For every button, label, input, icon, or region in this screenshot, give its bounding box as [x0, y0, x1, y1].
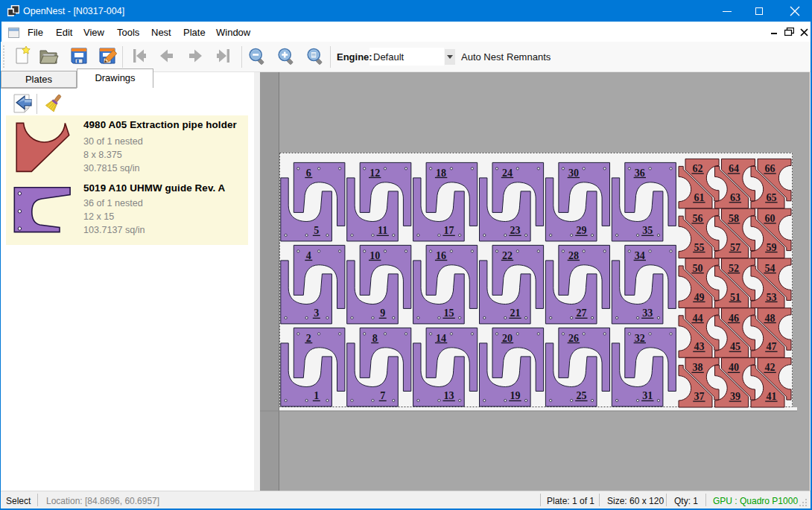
svg-text:10: 10 [369, 250, 380, 261]
svg-text:49: 49 [694, 292, 704, 303]
svg-text:2: 2 [306, 333, 311, 344]
svg-text:64: 64 [729, 163, 739, 174]
svg-text:30: 30 [568, 168, 579, 179]
svg-text:16: 16 [436, 250, 446, 261]
svg-text:58: 58 [729, 213, 739, 224]
svg-text:46: 46 [729, 313, 739, 324]
svg-text:54: 54 [765, 263, 775, 274]
svg-text:32: 32 [635, 333, 645, 344]
svg-text:37: 37 [694, 391, 704, 402]
svg-text:33: 33 [642, 308, 653, 319]
svg-text:48: 48 [765, 313, 775, 324]
svg-text:15: 15 [444, 308, 454, 319]
svg-text:22: 22 [502, 250, 513, 261]
svg-text:62: 62 [693, 163, 703, 174]
svg-text:59: 59 [766, 242, 776, 253]
svg-text:11: 11 [378, 226, 387, 237]
svg-text:26: 26 [568, 333, 579, 344]
svg-text:12: 12 [369, 168, 380, 179]
svg-text:36: 36 [635, 168, 645, 179]
svg-text:45: 45 [730, 341, 740, 352]
svg-text:53: 53 [766, 292, 776, 303]
svg-text:29: 29 [576, 226, 586, 237]
svg-text:38: 38 [693, 363, 703, 374]
svg-text:28: 28 [568, 250, 579, 261]
svg-text:7: 7 [380, 391, 385, 402]
svg-text:4: 4 [306, 250, 311, 261]
svg-text:55: 55 [694, 242, 704, 253]
svg-text:27: 27 [576, 308, 586, 319]
svg-text:50: 50 [693, 263, 703, 274]
svg-text:42: 42 [765, 363, 775, 374]
svg-text:47: 47 [766, 341, 776, 352]
svg-text:51: 51 [730, 292, 740, 303]
svg-text:24: 24 [502, 168, 513, 179]
svg-text:61: 61 [694, 192, 704, 203]
svg-text:14: 14 [436, 333, 446, 344]
svg-text:40: 40 [729, 363, 739, 374]
svg-text:1: 1 [314, 391, 319, 402]
svg-text:39: 39 [730, 391, 740, 402]
svg-text:56: 56 [693, 213, 703, 224]
svg-text:34: 34 [635, 250, 645, 261]
svg-text:66: 66 [765, 163, 775, 174]
svg-text:31: 31 [642, 391, 653, 402]
svg-text:9: 9 [380, 308, 385, 319]
svg-text:65: 65 [766, 192, 776, 203]
svg-text:13: 13 [444, 391, 454, 402]
svg-text:63: 63 [730, 192, 740, 203]
svg-text:19: 19 [510, 391, 521, 402]
svg-text:3: 3 [314, 308, 319, 319]
svg-text:20: 20 [502, 333, 513, 344]
svg-text:35: 35 [642, 226, 653, 237]
svg-text:21: 21 [510, 308, 521, 319]
svg-text:6: 6 [306, 168, 311, 179]
svg-text:52: 52 [729, 263, 739, 274]
svg-text:57: 57 [730, 242, 740, 253]
svg-text:17: 17 [444, 226, 454, 237]
svg-text:18: 18 [436, 168, 446, 179]
svg-text:44: 44 [693, 313, 703, 324]
svg-text:5: 5 [314, 226, 319, 237]
svg-text:8: 8 [372, 333, 378, 344]
svg-text:25: 25 [576, 391, 586, 402]
svg-text:23: 23 [510, 226, 521, 237]
svg-text:41: 41 [766, 391, 776, 402]
svg-text:60: 60 [765, 213, 775, 224]
svg-text:43: 43 [694, 341, 704, 352]
